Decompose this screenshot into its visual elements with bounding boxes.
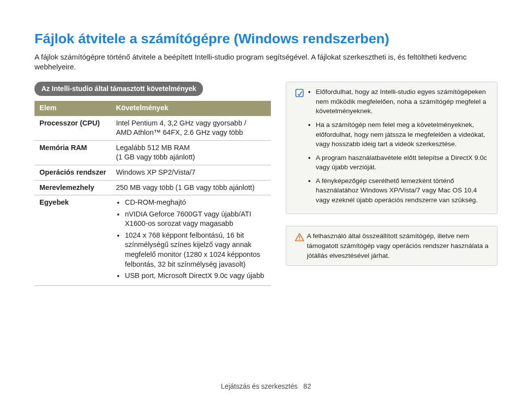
table-row: Processzor (CPU) Intel Pentium 4, 3,2 GH… bbox=[34, 116, 271, 140]
row-label-os: Operációs rendszer bbox=[34, 165, 111, 181]
page-title: Fájlok átvitele a számítógépre (Windows … bbox=[34, 30, 498, 48]
row-value-os: Windows XP SP2/Vista/7 bbox=[111, 165, 271, 181]
table-row: Egyebek CD-ROM-meghajtó nVIDIA Geforce 7… bbox=[34, 195, 271, 286]
table-header-item: Elem bbox=[34, 101, 111, 116]
list-item: CD-ROM-meghajtó bbox=[125, 198, 266, 208]
table-row: Operációs rendszer Windows XP SP2/Vista/… bbox=[34, 165, 271, 181]
table-row: Merevlemezhely 250 MB vagy több (1 GB va… bbox=[34, 180, 271, 195]
row-label-ram: Memória RAM bbox=[34, 140, 111, 165]
row-value-cpu: Intel Pentium 4, 3,2 GHz vagy gyorsabb /… bbox=[111, 116, 271, 140]
row-value-other: CD-ROM-meghajtó nVIDIA Geforce 7600GT va… bbox=[111, 195, 271, 286]
list-item: A fényképezőgép cserélhető lemezként tör… bbox=[316, 176, 491, 205]
page-footer: Lejátszás és szerkesztés 82 bbox=[0, 382, 532, 391]
requirements-heading: Az Intelli-studio által támasztott követ… bbox=[34, 82, 203, 96]
list-item: 1024 x 768 képpont felbontású, 16 bit sz… bbox=[125, 231, 266, 269]
row-value-hdd: 250 MB vagy több (1 GB vagy több ajánlot… bbox=[111, 180, 271, 195]
table-row: Memória RAM Legalább 512 MB RAM (1 GB va… bbox=[34, 140, 271, 165]
list-item: nVIDIA Geforce 7600GT vagy újabb/ATI X16… bbox=[125, 210, 266, 229]
list-item: Előfordulhat, hogy az Intelli-studio egy… bbox=[316, 87, 491, 116]
row-label-hdd: Merevlemezhely bbox=[34, 180, 111, 195]
warning-text: A felhasználó által összeállított számít… bbox=[307, 231, 491, 260]
warning-note-box: A felhasználó által összeállított számít… bbox=[286, 226, 498, 266]
table-header-req: Követelmények bbox=[111, 101, 271, 116]
intro-text: A fájlok számítógépre történő átvitele a… bbox=[34, 52, 498, 72]
svg-point-2 bbox=[299, 240, 300, 241]
list-item: USB port, Microsoft DirectX 9.0c vagy új… bbox=[125, 271, 266, 281]
list-item: Ha a számítógép nem felel meg a követelm… bbox=[316, 120, 491, 149]
footer-section: Lejátszás és szerkesztés bbox=[221, 382, 298, 390]
footer-page-number: 82 bbox=[303, 382, 311, 390]
info-icon bbox=[292, 87, 307, 209]
row-label-other: Egyebek bbox=[34, 195, 111, 286]
row-value-ram: Legalább 512 MB RAM (1 GB vagy több aján… bbox=[111, 140, 271, 165]
requirements-table: Elem Követelmények Processzor (CPU) Inte… bbox=[34, 101, 271, 285]
row-label-cpu: Processzor (CPU) bbox=[34, 116, 111, 140]
list-item: A program használatbavétele előtt telepí… bbox=[316, 153, 491, 172]
warning-icon bbox=[292, 231, 307, 260]
info-note-box: Előfordulhat, hogy az Intelli-studio egy… bbox=[286, 82, 498, 214]
